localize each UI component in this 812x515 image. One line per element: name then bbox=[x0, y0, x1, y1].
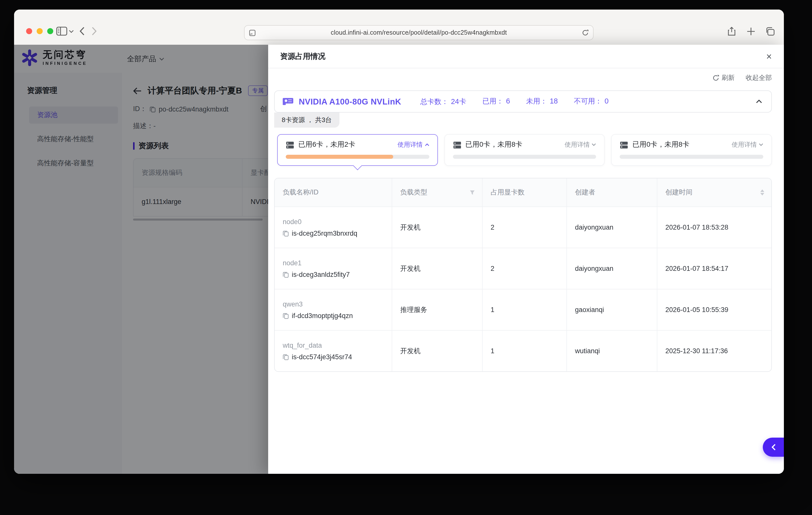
workload-type: 推理服务 bbox=[400, 305, 475, 314]
created-time: 2026-01-05 10:55:39 bbox=[665, 306, 764, 314]
col-header-creator: 创建者 bbox=[567, 179, 657, 207]
refresh-icon bbox=[713, 74, 719, 81]
screenshot-stage: cloud.infini-ai.com/resource/pool/detail… bbox=[0, 0, 812, 515]
usage-summary: 已用0卡，未用8卡 bbox=[465, 140, 522, 149]
usage-progress-bar bbox=[620, 155, 763, 159]
creator: gaoxianqi bbox=[575, 306, 650, 314]
workload-id: if-dcd3moptptjg4qzn bbox=[292, 312, 353, 319]
workload-id: is-dceg3anldz5fity7 bbox=[292, 271, 350, 278]
stat-free-label: 未用： bbox=[526, 97, 547, 106]
server-icon bbox=[453, 141, 461, 148]
sidebar-chevron-down-icon[interactable] bbox=[67, 25, 75, 38]
zoom-window-button[interactable] bbox=[47, 28, 53, 34]
stat-used-value: 6 bbox=[506, 97, 510, 105]
stat-unavailable-value: 0 bbox=[605, 97, 609, 105]
close-icon[interactable]: × bbox=[766, 52, 772, 61]
table-row[interactable]: wtq_for_data is-dcc574je3j45sr74 开发机 1 w… bbox=[275, 330, 771, 371]
workload-name: node0 bbox=[283, 218, 385, 225]
minimize-window-button[interactable] bbox=[37, 28, 43, 34]
forward-button[interactable] bbox=[87, 25, 100, 38]
gpu-model-name: NVIDIA A100-80G NVLinK bbox=[299, 97, 401, 106]
drawer-title: 资源占用情况 bbox=[280, 52, 325, 61]
gpu-count: 2 bbox=[491, 265, 559, 272]
copy-icon[interactable] bbox=[283, 312, 289, 319]
close-window-button[interactable] bbox=[26, 28, 32, 34]
stat-free-value: 18 bbox=[550, 97, 558, 105]
url-text[interactable]: cloud.infini-ai.com/resource/pool/detail… bbox=[256, 29, 582, 36]
gpu-card-icon bbox=[282, 97, 294, 106]
node-card-3[interactable]: 已用0卡，未用8卡 使用详情 bbox=[611, 134, 772, 166]
usage-detail-link[interactable]: 使用详情 bbox=[398, 140, 429, 149]
copy-icon[interactable] bbox=[283, 271, 289, 278]
usage-summary: 已用0卡，未用8卡 bbox=[633, 140, 690, 149]
gpu-count: 2 bbox=[491, 224, 559, 231]
collapse-chevron-up-icon[interactable] bbox=[756, 100, 762, 104]
workload-id: is-dceg25rqm3bnxrdq bbox=[292, 229, 357, 237]
workload-name: wtq_for_data bbox=[283, 342, 385, 349]
workload-type: 开发机 bbox=[400, 223, 475, 232]
copy-icon[interactable] bbox=[283, 353, 289, 360]
share-icon[interactable] bbox=[725, 25, 738, 38]
gpu-count: 1 bbox=[491, 347, 559, 355]
resource-usage-drawer: 资源占用情况 × 刷新 收起全部 bbox=[268, 45, 784, 474]
creator: wutianqi bbox=[575, 347, 650, 355]
stat-unavailable-label: 不可用： bbox=[574, 97, 602, 106]
usage-summary: 已用6卡，未用2卡 bbox=[298, 140, 355, 149]
creator: daiyongxuan bbox=[575, 224, 650, 231]
collapse-all-button[interactable]: 收起全部 bbox=[746, 73, 772, 82]
selected-card-pointer bbox=[353, 161, 362, 170]
workload-name: node1 bbox=[283, 259, 385, 267]
workload-table-header: 负载名称/ID 负载类型 占用显卡数 创建者 创建时间 bbox=[275, 179, 771, 207]
website-settings-icon[interactable] bbox=[249, 29, 256, 36]
new-tab-icon[interactable] bbox=[744, 25, 757, 38]
address-bar[interactable]: cloud.infini-ai.com/resource/pool/detail… bbox=[244, 25, 593, 40]
sidebar-toggle-icon[interactable] bbox=[55, 25, 68, 38]
drawer-header: 资源占用情况 × bbox=[268, 45, 784, 68]
usage-detail-link[interactable]: 使用详情 bbox=[565, 140, 596, 149]
server-icon bbox=[620, 141, 629, 148]
usage-detail-link[interactable]: 使用详情 bbox=[732, 140, 763, 149]
table-row[interactable]: node0 is-dceg25rqm3bnxrdq 开发机 2 daiyongx… bbox=[275, 207, 771, 248]
table-row[interactable]: node1 is-dceg3anldz5fity7 开发机 2 daiyongx… bbox=[275, 248, 771, 289]
sort-icon[interactable] bbox=[760, 189, 764, 195]
node-group-tab-label: 8卡资源 ， 共3台 bbox=[282, 115, 332, 125]
col-header-type: 负载类型 bbox=[392, 179, 483, 207]
node-card-2[interactable]: 已用0卡，未用8卡 使用详情 bbox=[444, 134, 605, 166]
usage-detail-label: 使用详情 bbox=[398, 140, 423, 149]
chevron-down-icon bbox=[592, 143, 596, 146]
col-header-created-time: 创建时间 bbox=[657, 179, 771, 207]
created-time: 2026-01-07 18:53:28 bbox=[665, 224, 764, 231]
browser-chrome: cloud.infini-ai.com/resource/pool/detail… bbox=[14, 9, 784, 45]
usage-detail-label: 使用详情 bbox=[732, 140, 757, 149]
usage-progress-bar bbox=[453, 155, 596, 159]
created-time: 2025-12-30 11:17:36 bbox=[665, 347, 764, 355]
col-header-gpu-count: 占用显卡数 bbox=[483, 179, 567, 207]
col-header-name-id: 负载名称/ID bbox=[275, 179, 392, 207]
workload-type: 开发机 bbox=[400, 264, 475, 273]
stat-total-value: 24卡 bbox=[451, 97, 466, 106]
creator: daiyongxuan bbox=[575, 265, 650, 272]
node-usage-cards: 已用6卡，未用2卡 使用详情 已用0卡，未用8卡 bbox=[277, 134, 772, 166]
copy-icon[interactable] bbox=[283, 230, 289, 236]
reload-icon[interactable] bbox=[582, 29, 588, 36]
gpu-group-header[interactable]: NVIDIA A100-80G NVLinK 总卡数：24卡 已用：6 未用：1… bbox=[274, 90, 772, 112]
node-group-tab[interactable]: 8卡资源 ， 共3台 bbox=[274, 112, 339, 128]
tab-overview-icon[interactable] bbox=[763, 25, 776, 38]
usage-progress-fill bbox=[286, 155, 394, 159]
drawer-collapse-button[interactable] bbox=[763, 438, 784, 457]
workload-id: is-dcc574je3j45sr74 bbox=[292, 353, 352, 360]
workload-name: qwen3 bbox=[283, 300, 385, 308]
chevron-left-icon bbox=[771, 444, 776, 451]
workload-table: 负载名称/ID 负载类型 占用显卡数 创建者 创建时间 bbox=[274, 178, 772, 372]
back-button[interactable] bbox=[75, 25, 88, 38]
gpu-stats: 总卡数：24卡 已用：6 未用：18 不可用：0 bbox=[420, 97, 609, 106]
workload-type: 开发机 bbox=[400, 347, 475, 355]
collapse-all-label: 收起全部 bbox=[746, 73, 772, 82]
table-row[interactable]: qwen3 if-dcd3moptptjg4qzn 推理服务 1 gaoxian… bbox=[275, 289, 771, 330]
app-page: 无问芯穹 INFINIGENCE 全部产品 资源管理 资源池 高性能存储-性能型… bbox=[14, 45, 784, 474]
filter-icon[interactable] bbox=[469, 190, 475, 195]
node-card-1[interactable]: 已用6卡，未用2卡 使用详情 bbox=[277, 134, 438, 166]
refresh-button[interactable]: 刷新 bbox=[713, 73, 735, 82]
drawer-toolbar: 刷新 收起全部 bbox=[713, 73, 772, 82]
usage-progress-bar bbox=[286, 155, 429, 159]
